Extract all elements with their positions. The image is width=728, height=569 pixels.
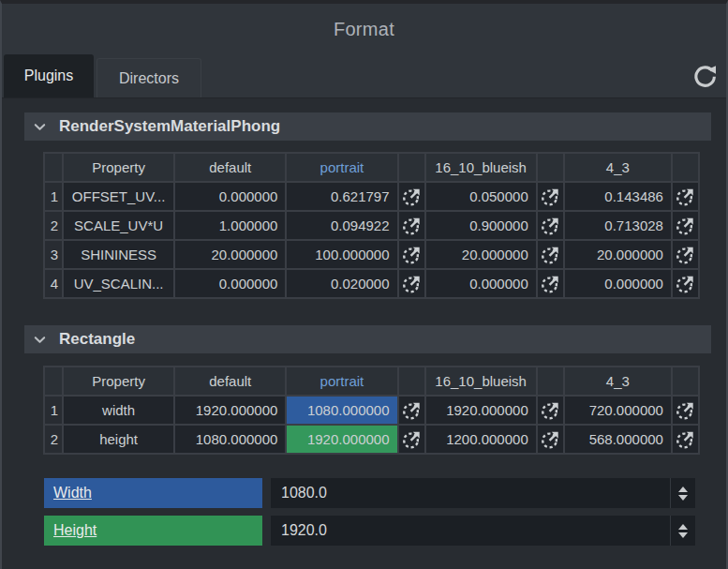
portrait-value-cell[interactable]: 0.094922 [287, 212, 396, 239]
reset-button[interactable] [538, 270, 563, 297]
col-header-spacer [673, 367, 698, 395]
blueish-value-cell[interactable]: 0.900000 [426, 212, 536, 239]
blueish-value-cell[interactable]: 20.000000 [426, 241, 536, 268]
blueish-value-cell[interactable]: 1200.000000 [426, 426, 536, 453]
reset-button[interactable] [399, 183, 424, 210]
col-header-16-10-blueish[interactable]: 16_10_blueish [426, 367, 536, 395]
reset-icon [540, 216, 560, 236]
table-header-row: Property default portrait 16_10_blueish … [45, 154, 698, 181]
default-value-cell[interactable]: 1.000000 [175, 212, 285, 239]
section-title: Rectangle [59, 330, 135, 349]
reset-icon [401, 429, 422, 450]
col-header-default[interactable]: default [175, 154, 285, 181]
height-spin-buttons [670, 516, 695, 546]
col-header-spacer [399, 154, 424, 181]
property-cell: SCALE_UV*U [64, 212, 173, 239]
reset-icon [675, 245, 695, 265]
default-value-cell[interactable]: 20.000000 [175, 241, 285, 268]
row-number: 2 [45, 426, 62, 453]
reset-button[interactable] [538, 241, 563, 268]
reset-button[interactable] [673, 270, 698, 297]
width-field-row: Width [44, 478, 695, 508]
tab-plugins[interactable]: Plugins [4, 54, 94, 97]
reset-button[interactable] [399, 426, 424, 453]
reset-button[interactable] [673, 183, 698, 210]
property-cell: SHININESS [64, 241, 173, 268]
4-3-value-cell[interactable]: 0.143486 [565, 183, 671, 210]
4-3-value-cell[interactable]: 568.000000 [565, 426, 671, 453]
section-header-rendersystemmaterialphong[interactable]: RenderSystemMaterialPhong [24, 112, 711, 141]
spin-down-icon[interactable] [678, 495, 688, 501]
reset-button[interactable] [399, 241, 424, 268]
col-header-16-10-blueish[interactable]: 16_10_blueish [426, 154, 536, 181]
col-header-portrait[interactable]: portrait [287, 367, 396, 395]
table-row: 4 UV_SCALIN... 0.000000 0.020000 0.00000… [45, 270, 698, 297]
portrait-value-cell[interactable]: 0.020000 [287, 270, 396, 297]
width-input[interactable] [271, 478, 670, 508]
corner-header [45, 154, 62, 181]
property-cell: UV_SCALIN... [64, 270, 173, 297]
tab-directors-label: Directors [119, 70, 179, 87]
dimension-fields: Width Height [44, 478, 695, 546]
reset-icon [675, 216, 695, 236]
reset-button[interactable] [538, 212, 563, 239]
width-spin-buttons [670, 478, 695, 508]
tab-directors[interactable]: Directors [97, 58, 201, 97]
reset-icon [675, 187, 695, 207]
property-cell: width [64, 397, 173, 424]
titlebar: Format [2, 4, 726, 54]
row-number: 2 [45, 212, 62, 239]
reset-button[interactable] [673, 426, 698, 453]
section-header-rectangle[interactable]: Rectangle [24, 325, 711, 353]
4-3-value-cell[interactable]: 0.000000 [565, 270, 671, 297]
col-header-4-3[interactable]: 4_3 [565, 154, 671, 181]
reset-button[interactable] [538, 183, 563, 210]
default-value-cell[interactable]: 1920.000000 [175, 397, 285, 424]
col-header-spacer [538, 367, 563, 395]
reset-button[interactable] [399, 397, 424, 424]
portrait-value-cell-selected[interactable]: 1080.000000 [287, 397, 396, 424]
blueish-value-cell[interactable]: 0.050000 [426, 183, 536, 210]
refresh-button[interactable] [689, 60, 721, 92]
format-panel: Format Plugins Directors RenderSystemMat… [0, 0, 728, 569]
reset-button[interactable] [538, 397, 563, 424]
col-header-property[interactable]: Property [64, 367, 173, 395]
spin-up-icon[interactable] [678, 487, 688, 492]
reset-button[interactable] [399, 270, 424, 297]
chevron-down-icon [33, 120, 47, 134]
4-3-value-cell[interactable]: 0.713028 [565, 212, 671, 239]
portrait-value-cell[interactable]: 0.621797 [287, 183, 396, 210]
default-value-cell[interactable]: 1080.000000 [175, 426, 285, 453]
col-header-portrait[interactable]: portrait [287, 154, 396, 181]
reset-icon [675, 429, 695, 450]
reset-button[interactable] [673, 397, 698, 424]
reset-button[interactable] [399, 212, 424, 239]
reset-button[interactable] [538, 426, 563, 453]
blueish-value-cell[interactable]: 0.000000 [426, 270, 536, 297]
material-phong-table: Property default portrait 16_10_blueish … [43, 152, 700, 299]
default-value-cell[interactable]: 0.000000 [175, 183, 285, 210]
4-3-value-cell[interactable]: 720.000000 [565, 397, 671, 424]
reset-button[interactable] [673, 241, 698, 268]
spin-up-icon[interactable] [678, 524, 688, 530]
col-header-default[interactable]: default [175, 367, 285, 395]
4-3-value-cell[interactable]: 20.000000 [565, 241, 671, 268]
property-cell: OFFSET_UV... [64, 183, 173, 210]
height-input[interactable] [271, 516, 670, 546]
spin-down-icon[interactable] [678, 532, 688, 538]
table-row: 1 width 1920.000000 1080.000000 1920.000… [45, 397, 698, 424]
default-value-cell[interactable]: 0.000000 [175, 270, 285, 297]
reset-icon [540, 274, 560, 294]
height-label[interactable]: Height [44, 516, 262, 546]
portrait-value-cell[interactable]: 100.000000 [287, 241, 396, 268]
portrait-value-cell-selected[interactable]: 1920.000000 [287, 426, 396, 453]
col-header-spacer [673, 154, 698, 181]
col-header-4-3[interactable]: 4_3 [565, 367, 671, 395]
width-label[interactable]: Width [44, 478, 262, 508]
reset-icon [401, 400, 422, 421]
table-row: 3 SHININESS 20.000000 100.000000 20.0000… [45, 241, 698, 268]
reset-button[interactable] [673, 212, 698, 239]
rectangle-table: Property default portrait 16_10_blueish … [43, 366, 700, 455]
col-header-property[interactable]: Property [64, 154, 173, 181]
blueish-value-cell[interactable]: 1920.000000 [426, 397, 536, 424]
